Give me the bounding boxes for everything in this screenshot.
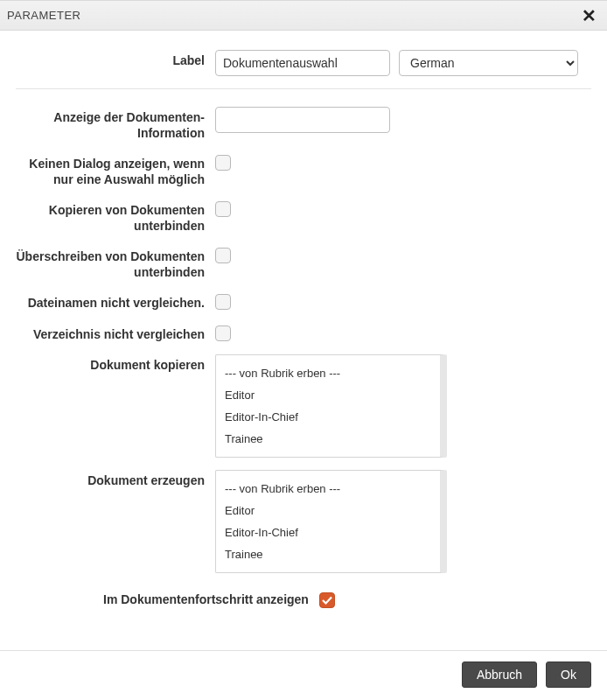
list-item[interactable]: Editor bbox=[216, 500, 440, 522]
doc-info-label: Anzeige der Dokumenten-Information bbox=[16, 107, 215, 141]
row-dont-compare-dir: Verzeichnis nicht vergleichen bbox=[16, 324, 591, 343]
show-in-progress-checkbox[interactable] bbox=[319, 592, 335, 608]
dialog-footer: Abbruch Ok bbox=[0, 650, 607, 700]
dont-compare-filenames-label: Dateinamen nicht vergleichen. bbox=[16, 292, 215, 312]
separator bbox=[16, 88, 591, 89]
label-input[interactable] bbox=[215, 50, 390, 76]
ok-button[interactable]: Ok bbox=[546, 662, 591, 688]
cancel-button[interactable]: Abbruch bbox=[462, 662, 537, 688]
doc-info-input[interactable] bbox=[215, 107, 390, 133]
label-field-label: Label bbox=[16, 50, 215, 69]
no-dialog-single-label: Keinen Dialog anzeigen, wenn nur eine Au… bbox=[16, 153, 215, 187]
prevent-overwrite-label: Überschreiben von Dokumenten unterbinden bbox=[16, 246, 215, 280]
parameter-dialog: PARAMETER ✕ Label German Anzeige der Dok… bbox=[0, 0, 607, 700]
copy-doc-listbox[interactable]: --- von Rubrik erben --- Editor Editor-I… bbox=[215, 354, 447, 458]
show-in-progress-label: Im Dokumentenfortschritt anzeigen bbox=[103, 592, 309, 606]
close-icon[interactable]: ✕ bbox=[579, 8, 598, 24]
row-doc-info: Anzeige der Dokumenten-Information bbox=[16, 107, 591, 141]
create-doc-label: Dokument erzeugen bbox=[16, 470, 215, 489]
list-item[interactable]: Editor bbox=[216, 384, 440, 406]
list-item[interactable]: --- von Rubrik erben --- bbox=[216, 362, 440, 384]
language-select[interactable]: German bbox=[399, 50, 578, 76]
dont-compare-filenames-checkbox[interactable] bbox=[215, 294, 231, 310]
list-item[interactable]: Trainee bbox=[216, 543, 440, 565]
row-no-dialog-single: Keinen Dialog anzeigen, wenn nur eine Au… bbox=[16, 153, 591, 187]
row-show-in-progress: Im Dokumentenfortschritt anzeigen bbox=[16, 591, 591, 608]
copy-doc-label: Dokument kopieren bbox=[16, 354, 215, 374]
create-doc-listbox[interactable]: --- von Rubrik erben --- Editor Editor-I… bbox=[215, 470, 447, 573]
row-prevent-copy: Kopieren von Dokumenten unterbinden bbox=[16, 200, 591, 234]
prevent-overwrite-checkbox[interactable] bbox=[215, 248, 231, 263]
row-copy-doc: Dokument kopieren --- von Rubrik erben -… bbox=[16, 354, 591, 458]
titlebar: PARAMETER ✕ bbox=[0, 1, 607, 31]
row-dont-compare-filenames: Dateinamen nicht vergleichen. bbox=[16, 292, 591, 312]
dialog-body: Label German Anzeige der Dokumenten-Info… bbox=[0, 31, 607, 650]
prevent-copy-checkbox[interactable] bbox=[215, 201, 231, 217]
dialog-title: PARAMETER bbox=[7, 9, 80, 22]
row-create-doc: Dokument erzeugen --- von Rubrik erben -… bbox=[16, 470, 591, 573]
list-item[interactable]: Trainee bbox=[216, 428, 440, 450]
prevent-copy-label: Kopieren von Dokumenten unterbinden bbox=[16, 200, 215, 234]
row-prevent-overwrite: Überschreiben von Dokumenten unterbinden bbox=[16, 246, 591, 280]
list-item[interactable]: --- von Rubrik erben --- bbox=[216, 478, 440, 500]
list-item[interactable]: Editor-In-Chief bbox=[216, 522, 440, 543]
list-item[interactable]: Editor-In-Chief bbox=[216, 406, 440, 428]
dont-compare-dir-label: Verzeichnis nicht vergleichen bbox=[16, 324, 215, 343]
dont-compare-dir-checkbox[interactable] bbox=[215, 326, 231, 341]
row-label: Label German bbox=[16, 50, 591, 76]
no-dialog-single-checkbox[interactable] bbox=[215, 155, 231, 171]
